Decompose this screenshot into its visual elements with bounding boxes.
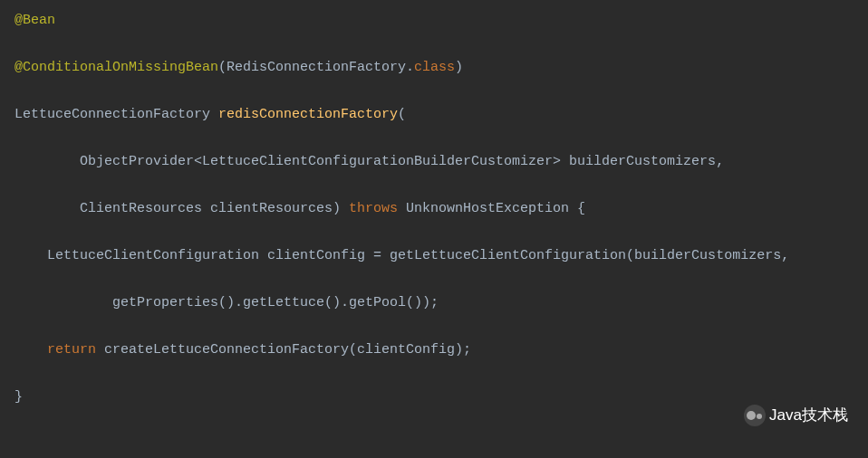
code-line (14, 433, 868, 456)
code-line: } (14, 386, 868, 409)
code-line: getProperties().getLettuce().getPool()); (14, 291, 868, 315)
code-line: @Bean (14, 9, 868, 33)
watermark-text: Java技术栈 (769, 404, 848, 427)
code-line: ObjectProvider<LettuceClientConfiguratio… (14, 150, 868, 174)
code-line: @ConditionalOnMissingBean(RedisConnectio… (14, 56, 868, 80)
method-name: redisConnectionFactory (218, 107, 398, 122)
code-line: LettuceClientConfiguration clientConfig … (14, 244, 868, 268)
code-line: ClientResources clientResources) throws … (14, 197, 868, 221)
watermark: Java技术栈 (744, 404, 848, 427)
code-line: LettuceConnectionFactory redisConnection… (14, 103, 868, 127)
annotation: @Bean (14, 13, 55, 28)
code-editor[interactable]: @Bean @ConditionalOnMissingBean(RedisCon… (14, 9, 868, 458)
annotation: @ConditionalOnMissingBean (14, 60, 218, 75)
wechat-icon (744, 405, 766, 426)
code-line: return createLettuceConnectionFactory(cl… (14, 339, 868, 362)
